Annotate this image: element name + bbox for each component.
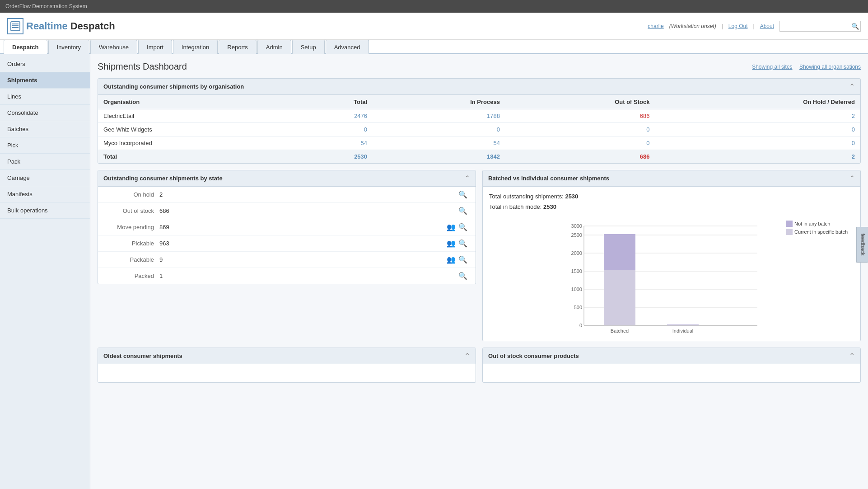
org-shipments-table: Organisation Total In Process Out of Sto… — [98, 95, 860, 163]
org-name: ElectricEtail — [98, 109, 293, 123]
out-of-stock-value[interactable]: 0 — [505, 123, 655, 136]
sidebar-item-manifests[interactable]: Manifests — [0, 186, 90, 202]
content-area: Shipments Dashboard Showing all sites Sh… — [90, 54, 868, 489]
search-state-packable-btn[interactable]: 🔍 — [457, 255, 468, 264]
svg-text:3000: 3000 — [571, 223, 582, 229]
search-state-packed-btn[interactable]: 🔍 — [457, 272, 468, 280]
search-button[interactable]: 🔍 — [851, 23, 859, 30]
sidebar-item-shipments[interactable]: Shipments — [0, 72, 90, 89]
col-right: Batched vs individual consumer shipments… — [482, 170, 861, 348]
tab-reports[interactable]: Reports — [219, 40, 257, 54]
logo-realtime-text: Realtime — [26, 20, 68, 32]
svg-rect-2 — [12, 25, 19, 26]
tab-advanced[interactable]: Advanced — [326, 40, 369, 54]
total-value[interactable]: 2476 — [293, 109, 373, 123]
in-process-value[interactable]: 0 — [373, 123, 505, 136]
oldest-shipments-collapse-btn[interactable]: ⌃ — [464, 352, 470, 360]
state-icons-move-pending: 👥 🔍 — [447, 223, 468, 231]
showing-organisations-link[interactable]: Showing all organisations — [799, 64, 861, 70]
sidebar-item-pick[interactable]: Pick — [0, 137, 90, 154]
tab-inventory[interactable]: Inventory — [48, 40, 89, 54]
bar-batched-not-in-batch — [604, 234, 635, 270]
out-of-stock-body — [483, 364, 860, 382]
state-value-out-of-stock: 686 — [159, 207, 457, 214]
search-state-move-pending-btn[interactable]: 🔍 — [457, 223, 468, 231]
in-process-value[interactable]: 54 — [373, 136, 505, 150]
oldest-shipments-title: Oldest consumer shipments — [103, 353, 182, 359]
state-value-move-pending: 869 — [159, 224, 447, 230]
svg-text:Individual: Individual — [672, 328, 693, 334]
on-hold-value[interactable]: 0 — [655, 136, 860, 150]
user-link[interactable]: charlie — [648, 23, 663, 29]
tab-setup[interactable]: Setup — [292, 40, 325, 54]
state-shipments-collapse-btn[interactable]: ⌃ — [464, 174, 470, 183]
search-state-pickable-btn[interactable]: 🔍 — [457, 239, 468, 248]
svg-text:2000: 2000 — [571, 250, 582, 256]
table-row: ElectricEtail 2476 1788 686 2 — [98, 109, 860, 123]
sidebar-item-bulk-operations[interactable]: Bulk operations — [0, 202, 90, 219]
tab-integration[interactable]: Integration — [173, 40, 218, 54]
out-of-stock-value[interactable]: 686 — [505, 109, 655, 123]
org-shipments-collapse-btn[interactable]: ⌃ — [849, 82, 855, 91]
svg-text:500: 500 — [574, 305, 582, 310]
sidebar-item-batches[interactable]: Batches — [0, 121, 90, 137]
out-of-stock-value[interactable]: 0 — [505, 136, 655, 150]
state-icons-on-hold: 🔍 — [457, 190, 468, 199]
legend-label-in-batch: Current in specific batch — [794, 229, 848, 235]
out-of-stock-collapse-btn[interactable]: ⌃ — [849, 352, 855, 360]
state-row-packed: Packed 1 🔍 — [98, 268, 476, 284]
state-shipments-panel: Outstanding consumer shipments by state … — [98, 170, 476, 284]
in-process-value[interactable]: 1788 — [373, 109, 505, 123]
feedback-tab[interactable]: feedback — [857, 227, 868, 263]
sidebar-item-consolidate[interactable]: Consolidate — [0, 105, 90, 121]
tab-warehouse[interactable]: Warehouse — [90, 40, 137, 54]
batch-summary: Total outstanding shipments: 2530 Total … — [483, 187, 860, 215]
logout-link[interactable]: Log Out — [728, 23, 748, 29]
state-row-move-pending: Move pending 869 👥 🔍 — [98, 219, 476, 235]
search-state-out-of-stock-btn[interactable]: 🔍 — [457, 207, 468, 215]
logo: RealtimeDespatch — [7, 18, 115, 34]
bar-batched-specific — [604, 270, 635, 325]
grand-on-hold-value[interactable]: 2 — [655, 150, 860, 164]
sidebar-item-pack[interactable]: Pack — [0, 154, 90, 170]
legend-box-not-in-batch — [786, 221, 793, 227]
showing-sites-link[interactable]: Showing all sites — [752, 64, 792, 70]
tab-despatch[interactable]: Despatch — [4, 40, 47, 54]
oldest-shipments-header: Oldest consumer shipments ⌃ — [98, 348, 476, 364]
header: RealtimeDespatch charlie (Workstation un… — [0, 13, 868, 40]
workstation-label: (Workstation unset) — [669, 23, 716, 29]
navigation: Despatch Inventory Warehouse Import Inte… — [0, 40, 868, 54]
page-title-links: Showing all sites Showing all organisati… — [747, 64, 861, 70]
sidebar-item-lines[interactable]: Lines — [0, 89, 90, 105]
batch-shipments-collapse-btn[interactable]: ⌃ — [849, 174, 855, 183]
page-title: Shipments Dashboard — [98, 61, 187, 72]
total-value[interactable]: 0 — [293, 123, 373, 136]
sidebar-item-carriage[interactable]: Carriage — [0, 170, 90, 186]
batch-shipments-panel: Batched vs individual consumer shipments… — [482, 170, 861, 341]
org-shipments-body: Organisation Total In Process Out of Sto… — [98, 95, 860, 163]
svg-rect-3 — [12, 27, 19, 28]
state-value-packed: 1 — [159, 273, 457, 279]
grand-out-of-stock-value[interactable]: 686 — [505, 150, 655, 164]
org-shipments-panel: Outstanding consumer shipments by organi… — [98, 78, 861, 164]
sidebar-item-orders[interactable]: Orders — [0, 56, 90, 72]
grand-total-value[interactable]: 2530 — [293, 150, 373, 164]
table-total-row: Total 2530 1842 686 2 — [98, 150, 860, 164]
group-state-pickable-btn[interactable]: 👥 — [447, 239, 456, 248]
total-value[interactable]: 54 — [293, 136, 373, 150]
total-batch-value: 2530 — [543, 203, 556, 210]
about-link[interactable]: About — [760, 23, 774, 29]
group-state-move-pending-btn[interactable]: 👥 — [447, 223, 456, 231]
state-value-pickable: 963 — [159, 240, 447, 247]
grand-in-process-value[interactable]: 1842 — [373, 150, 505, 164]
org-name: Gee Whiz Widgets — [98, 123, 293, 136]
col-out-of-stock: Out of Stock — [505, 95, 655, 109]
search-state-on-hold-btn[interactable]: 🔍 — [457, 190, 468, 199]
tab-import[interactable]: Import — [138, 40, 172, 54]
main-layout: Orders Shipments Lines Consolidate Batch… — [0, 54, 868, 489]
search-input[interactable] — [779, 21, 861, 32]
on-hold-value[interactable]: 2 — [655, 109, 860, 123]
group-state-packable-btn[interactable]: 👥 — [447, 255, 456, 264]
tab-admin[interactable]: Admin — [257, 40, 291, 54]
on-hold-value[interactable]: 0 — [655, 123, 860, 136]
